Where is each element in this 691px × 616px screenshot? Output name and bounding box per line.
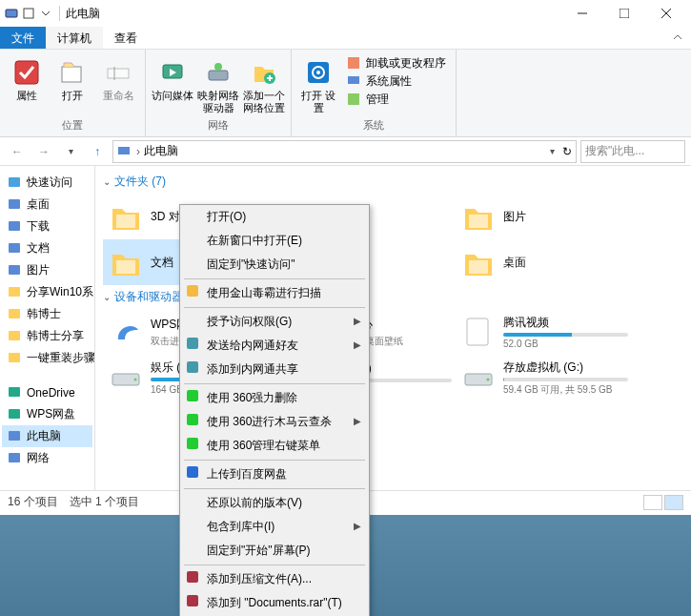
ribbon-collapse-button[interactable] xyxy=(664,27,691,49)
folder-item[interactable]: 图片 xyxy=(456,194,632,239)
context-menu-item[interactable]: 授予访问权限(G)▶ xyxy=(180,310,369,334)
context-menu-item[interactable]: 上传到百度网盘 xyxy=(180,462,369,486)
sidebar-item[interactable]: OneDrive xyxy=(2,382,92,403)
folder-icon xyxy=(8,329,23,344)
menu-item-label: 固定到"快速访问" xyxy=(207,257,295,271)
refresh-button[interactable]: ↻ xyxy=(562,145,572,158)
folder-icon xyxy=(107,243,145,281)
menu-item-label: 在新窗口中打开(E) xyxy=(207,234,302,247)
sidebar-item[interactable]: 文档 xyxy=(2,237,92,259)
svg-rect-57 xyxy=(187,466,198,478)
manage-button[interactable]: 管理 xyxy=(347,92,446,108)
sidebar-item[interactable]: 韩博士 xyxy=(2,303,92,325)
folders-header[interactable]: ⌄文件夹 (7) xyxy=(103,170,683,194)
svg-rect-25 xyxy=(9,243,20,253)
sysprops-button[interactable]: 系统属性 xyxy=(347,73,446,90)
add-netloc-button[interactable]: 添加一个 网络位置 xyxy=(243,53,285,118)
svg-rect-29 xyxy=(9,331,20,340)
folder-icon xyxy=(107,197,145,236)
sidebar-item[interactable]: WPS网盘 xyxy=(2,403,92,425)
properties-button[interactable]: 属性 xyxy=(6,53,48,118)
sidebar-item[interactable]: 下载 xyxy=(2,216,92,237)
forward-button[interactable]: → xyxy=(32,140,55,163)
360-icon xyxy=(186,389,201,404)
submenu-arrow-icon: ▶ xyxy=(354,339,361,350)
qat-icon[interactable] xyxy=(21,6,36,21)
context-menu-item[interactable]: 添加到 "Documents.rar"(T) xyxy=(180,591,369,615)
menu-item-label: 固定到"开始"屏幕(P) xyxy=(207,544,311,557)
context-menu-item[interactable]: 固定到"开始"屏幕(P) xyxy=(180,539,369,563)
svg-point-46 xyxy=(134,379,137,381)
history-dropdown[interactable]: ▾ xyxy=(59,140,82,163)
sidebar-item[interactable]: 此电脑 xyxy=(2,425,92,447)
drive-item[interactable]: 存放虚拟机 (G:)59.4 GB 可用, 共 59.5 GB xyxy=(456,355,632,400)
menu-item-label: 添加到 "Documents.rar"(T) xyxy=(207,596,342,609)
context-menu-item[interactable]: 添加到压缩文件(A)... xyxy=(180,567,369,591)
context-menu-item[interactable]: 添加到内网通共享 xyxy=(180,358,369,381)
sidebar-item[interactable]: 快速访问 xyxy=(2,172,92,194)
sidebar-item[interactable]: 网络 xyxy=(2,447,92,469)
search-input[interactable]: 搜索"此电... xyxy=(580,140,685,163)
breadcrumb-segment[interactable]: 此电脑 xyxy=(144,143,178,159)
context-menu-item[interactable]: 在新窗口中打开(E) xyxy=(180,229,369,253)
maximize-button[interactable] xyxy=(603,0,645,27)
net-icon xyxy=(8,451,23,466)
sidebar-item[interactable]: 桌面 xyxy=(2,194,92,216)
360-icon xyxy=(186,437,201,452)
rename-icon xyxy=(103,57,133,88)
map-drive-button[interactable]: 映射网络 驱动器 xyxy=(197,53,239,118)
up-button[interactable]: ↑ xyxy=(86,140,109,163)
svg-rect-54 xyxy=(187,390,198,401)
svg-point-50 xyxy=(487,379,490,381)
svg-rect-37 xyxy=(469,215,488,228)
folder-item[interactable]: 桌面 xyxy=(456,239,632,285)
add-location-icon xyxy=(249,57,279,88)
qat-dropdown-icon[interactable] xyxy=(38,6,53,21)
tab-computer[interactable]: 计算机 xyxy=(46,27,103,49)
svg-rect-22 xyxy=(9,177,20,187)
settings-icon xyxy=(303,57,334,88)
svg-rect-27 xyxy=(9,287,20,297)
minimize-button[interactable] xyxy=(561,0,603,27)
context-menu-item[interactable]: 包含到库中(I)▶ xyxy=(180,515,369,539)
context-menu-item[interactable]: 使用 360管理右键菜单 xyxy=(180,434,369,458)
context-menu-item[interactable]: 使用 360强力删除 xyxy=(180,386,369,410)
menu-item-label: 添加到压缩文件(A)... xyxy=(207,572,312,585)
breadcrumb[interactable]: › 此电脑 ▾ ↻ xyxy=(112,140,577,163)
baidu-icon xyxy=(186,465,201,481)
folder-icon xyxy=(8,307,23,322)
view-details-button[interactable] xyxy=(643,495,662,510)
sidebar-item[interactable]: 分享Win10系 xyxy=(2,281,92,303)
svg-rect-1 xyxy=(24,9,33,18)
sidebar-item[interactable]: 韩博士分享 xyxy=(2,325,92,347)
context-menu-item[interactable]: 发送给内网通好友▶ xyxy=(180,334,369,358)
close-button[interactable] xyxy=(645,0,687,27)
media-button[interactable]: 访问媒体 xyxy=(152,53,193,118)
sidebar-item[interactable]: 图片 xyxy=(2,259,92,281)
svg-rect-23 xyxy=(9,199,20,209)
context-menu-item[interactable]: 使用 360进行木马云查杀▶ xyxy=(180,410,369,434)
open-button[interactable]: 打开 xyxy=(51,53,93,118)
uninstall-button[interactable]: 卸载或更改程序 xyxy=(347,55,446,72)
send-icon xyxy=(186,337,201,352)
context-menu-item[interactable]: 打开(O) xyxy=(180,205,369,229)
context-menu-item[interactable]: 固定到"快速访问" xyxy=(180,253,369,277)
context-menu-item[interactable]: 使用金山毒霸进行扫描 xyxy=(180,281,369,305)
crumb-dropdown-icon[interactable]: ▾ xyxy=(550,146,555,156)
svg-rect-20 xyxy=(348,93,359,105)
sidebar-item-label: 文档 xyxy=(27,240,50,257)
tab-view[interactable]: 查看 xyxy=(103,27,149,49)
context-menu-item[interactable]: 还原以前的版本(V) xyxy=(180,491,369,515)
settings-button[interactable]: 打开 设置 xyxy=(297,53,339,118)
rename-button[interactable]: 重命名 xyxy=(97,53,139,118)
view-tiles-button[interactable] xyxy=(664,495,683,510)
back-button[interactable]: ← xyxy=(6,140,29,163)
rar-icon xyxy=(186,594,201,609)
folder-icon xyxy=(459,243,498,281)
tab-file[interactable]: 文件 xyxy=(0,27,46,49)
menu-item-label: 授予访问权限(G) xyxy=(207,315,292,328)
drive-item[interactable]: 腾讯视频52.0 GB xyxy=(456,309,632,355)
drive-icon xyxy=(459,313,498,351)
cloud-icon xyxy=(8,407,23,422)
sidebar-item[interactable]: 一键重装步骤 xyxy=(2,347,92,369)
